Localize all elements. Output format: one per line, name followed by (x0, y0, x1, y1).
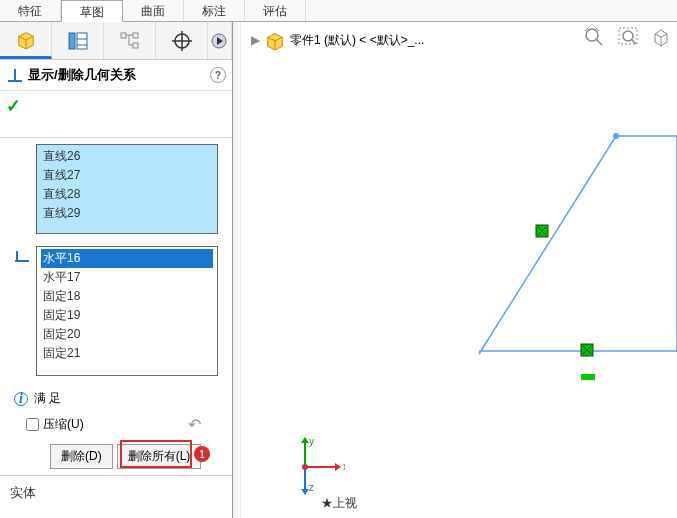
panel-tab-property[interactable] (52, 22, 104, 59)
graphics-viewport[interactable]: ▶ 零件1 (默认) < <默认>_... (233, 22, 677, 518)
info-icon: i (14, 392, 28, 406)
tab-feature[interactable]: 特征 (0, 0, 61, 21)
svg-text:z: z (309, 482, 314, 493)
list-item[interactable]: 直线27 (41, 166, 213, 185)
list-item[interactable]: 直线28 (41, 185, 213, 204)
svg-rect-4 (69, 33, 75, 49)
list-item[interactable]: 水平17 (41, 268, 213, 287)
relations-listbox[interactable]: 水平16 水平17 固定18 固定19 固定20 固定21 (36, 246, 218, 376)
list-item[interactable]: 固定18 (41, 287, 213, 306)
svg-marker-47 (335, 463, 341, 471)
property-icon (67, 31, 89, 51)
tab-sketch[interactable]: 草图 (61, 0, 123, 22)
panel-tab-target[interactable] (156, 22, 208, 59)
panel-tab-overflow[interactable] (208, 22, 232, 59)
suppress-label: 压缩(U) (43, 416, 84, 433)
annotation-badge: 1 (194, 446, 210, 462)
panel-tab-tree[interactable] (104, 22, 156, 59)
delete-all-button[interactable]: 删除所有(L) (117, 444, 202, 469)
tree-icon (119, 31, 141, 51)
crosshair-icon (171, 31, 193, 51)
svg-rect-9 (133, 33, 138, 38)
list-item[interactable]: 直线26 (41, 147, 213, 166)
svg-text:y: y (309, 437, 314, 447)
list-item[interactable]: 水平16 (41, 249, 213, 268)
suppress-checkbox[interactable] (26, 418, 39, 431)
delete-button[interactable]: 删除(D) (50, 444, 113, 469)
perpendicular-icon (6, 67, 24, 83)
top-tabs: 特征 草图 曲面 标注 评估 (0, 0, 677, 22)
tab-surface[interactable]: 曲面 (123, 0, 184, 21)
view-label: ★上视 (321, 495, 357, 512)
coordinate-triad: x y z (285, 437, 345, 500)
svg-marker-50 (301, 437, 309, 443)
svg-text:x: x (343, 461, 345, 472)
entities-listbox[interactable]: 直线26 直线27 直线28 直线29 (36, 144, 218, 234)
svg-point-55 (302, 464, 308, 470)
svg-marker-53 (301, 489, 309, 495)
tab-annotation[interactable]: 标注 (184, 0, 245, 21)
help-icon[interactable]: ? (210, 67, 226, 83)
ok-check-icon[interactable]: ✓ (6, 96, 21, 116)
list-item[interactable]: 固定21 (41, 344, 213, 363)
panel-title: 显示/删除几何关系 (28, 66, 136, 84)
svg-rect-5 (77, 33, 87, 49)
status-label: 满 足 (34, 390, 61, 407)
svg-rect-45 (581, 374, 595, 380)
list-item[interactable]: 固定19 (41, 306, 213, 325)
property-panel: 显示/删除几何关系 ? ✓ 直线26 直线27 直线28 直线29 水平16 水… (0, 22, 233, 518)
svg-rect-8 (121, 33, 126, 38)
chevron-right-icon (211, 32, 229, 50)
cube-icon (15, 29, 37, 49)
panel-tabs (0, 22, 232, 60)
svg-rect-10 (133, 43, 138, 48)
tab-evaluate[interactable]: 评估 (245, 0, 306, 21)
panel-tab-feature[interactable] (0, 22, 52, 59)
entities-section-label: 实体 (0, 476, 232, 510)
horizontal-icon (14, 249, 30, 263)
list-item[interactable]: 固定20 (41, 325, 213, 344)
undo-icon[interactable]: ↶ (188, 415, 201, 434)
list-item[interactable]: 直线29 (41, 204, 213, 223)
svg-point-38 (613, 133, 619, 139)
